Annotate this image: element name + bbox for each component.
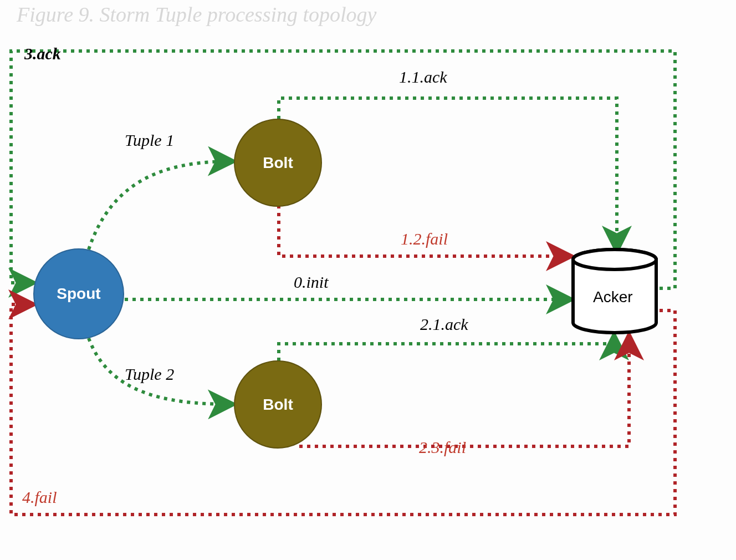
- label-0-init: 0.init: [294, 273, 329, 292]
- edge-2-3-fail: [299, 335, 629, 446]
- bolt-2-label: Bolt: [263, 396, 293, 414]
- edge-2-1-ack: [279, 335, 614, 361]
- label-1-2-fail: 1.2.fail: [401, 230, 448, 248]
- spout-label: Spout: [57, 285, 100, 303]
- bolt-1-node: Bolt: [234, 119, 322, 207]
- edge-tuple-1: [89, 161, 233, 250]
- bolt-1-label: Bolt: [263, 154, 293, 172]
- edge-3-ack: [11, 51, 675, 288]
- label-3-ack: 3.ack: [24, 44, 61, 63]
- label-1-1-ack: 1.1.ack: [399, 68, 447, 86]
- svg-point-1: [573, 250, 656, 269]
- label-2-3-fail: 2.3.fail: [419, 438, 466, 457]
- label-4-fail: 4.fail: [22, 488, 57, 507]
- diagram-canvas: Figure 9. Storm Tuple processing topolog…: [0, 0, 736, 560]
- label-2-1-ack: 2.1.ack: [420, 315, 468, 334]
- label-tuple-1: Tuple 1: [125, 131, 174, 150]
- label-tuple-2: Tuple 2: [125, 365, 174, 384]
- acker-label: Acker: [593, 288, 633, 306]
- spout-node: Spout: [33, 248, 124, 339]
- edge-1-1-ack: [279, 98, 617, 251]
- edge-4-fail: [11, 304, 675, 515]
- bolt-2-node: Bolt: [234, 360, 322, 449]
